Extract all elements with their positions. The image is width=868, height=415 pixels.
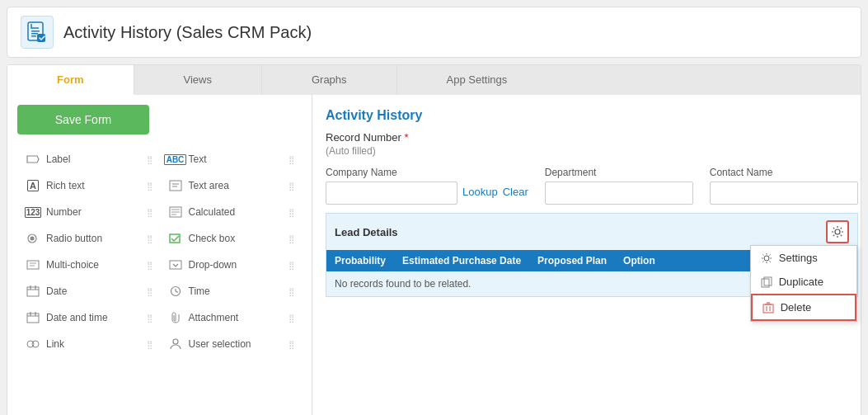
field-sidebar: Save Form Label ⣿ ABC Text ⣿ [7,95,312,415]
drag-handle: ⣿ [147,208,152,217]
checkbox-icon [167,232,184,245]
company-name-input[interactable] [326,182,457,205]
field-number-item[interactable]: 123 Number ⣿ [17,199,160,225]
contact-name-input[interactable] [710,182,858,205]
lookup-button[interactable]: Lookup [462,186,498,198]
duplicate-label: Duplicate [779,276,823,288]
field-checkbox-item[interactable]: Check box ⣿ [160,225,303,252]
drag-handle: ⣿ [147,234,152,243]
drag-handle: ⣿ [289,234,294,243]
contact-name-label: Contact Name [710,167,858,178]
field-textarea-item[interactable]: Text area ⣿ [160,172,303,199]
svg-marker-5 [27,156,39,163]
svg-rect-4 [37,34,45,42]
field-label-text: Label [46,153,70,165]
lead-col-proposed-plan: Proposed Plan [537,255,607,266]
drag-handle: ⣿ [147,261,152,270]
field-usersel-item[interactable]: User selection ⣿ [160,331,303,357]
field-attachment-item[interactable]: Attachment ⣿ [160,304,303,331]
save-form-button[interactable]: Save Form [17,105,149,134]
field-calculated-text: Calculated [189,206,236,218]
drag-handle: ⣿ [147,155,152,164]
lead-title: Lead Details [335,226,398,238]
company-row: Company Name Lookup Clear Department Con… [326,167,858,205]
settings-menu-icon [761,252,772,264]
field-time-item[interactable]: Time ⣿ [160,278,303,304]
auto-filled-text: (Auto filled) [326,145,858,157]
calculated-icon [167,205,184,219]
lead-col-option: Option [623,255,655,266]
svg-rect-2 [31,33,38,35]
app-icon [21,16,54,49]
form-content: Activity History Record Number * (Auto f… [312,95,868,415]
lead-header: Lead Details [326,214,857,250]
tab-bar: Form Views Graphs App Settings [7,64,861,95]
field-multichoice-item[interactable]: Multi-choice ⣿ [17,252,160,278]
field-label-item[interactable]: Label ⣿ [17,146,160,172]
lead-col-probability: Probability [335,255,386,266]
field-link-item[interactable]: Link ⣿ [17,331,160,357]
field-attachment-text: Attachment [189,312,239,323]
field-calculated-item[interactable]: Calculated ⣿ [160,199,303,225]
context-menu: Settings Duplicate [750,245,857,322]
dropdown-icon [167,258,184,271]
date-icon [25,285,41,298]
delete-menu-item[interactable]: Delete [751,294,856,321]
field-usersel-text: User selection [189,338,251,350]
drag-handle: ⣿ [147,340,152,349]
contact-name-group: Contact Name [710,167,858,205]
delete-label: Delete [781,301,812,314]
svg-rect-20 [27,287,39,296]
field-textarea-text: Text area [189,180,229,191]
tab-app-settings[interactable]: App Settings [397,65,557,95]
richtext-icon: A [25,179,41,192]
form-section-title: Activity History [326,108,858,123]
company-name-label: Company Name [326,167,528,178]
field-link-text: Link [46,338,64,350]
tab-graphs[interactable]: Graphs [262,65,397,95]
field-number-text: Number [46,206,82,218]
svg-rect-19 [170,261,181,269]
svg-point-14 [30,237,35,241]
drag-handle: ⣿ [289,340,294,349]
field-richtext-text: Rich text [46,180,85,191]
settings-label: Settings [779,252,818,264]
field-radio-item[interactable]: Radio button ⣿ [17,225,160,252]
tab-views[interactable]: Views [134,65,262,95]
lead-details-section: Lead Details [326,213,858,297]
svg-rect-16 [27,261,39,269]
multichoice-icon [25,258,41,271]
drag-handle: ⣿ [147,314,152,323]
drag-handle: ⣿ [147,287,152,296]
field-date-text: Date [46,285,67,297]
gear-button[interactable] [826,220,849,243]
field-time-text: Time [189,285,210,297]
field-text-text: Text [189,153,207,165]
label-icon [25,153,41,166]
record-number-label: Record Number * [326,131,858,144]
field-multichoice-text: Multi-choice [46,259,99,271]
department-label: Department [545,167,693,178]
svg-rect-15 [170,234,180,243]
field-radio-text: Radio button [46,233,102,244]
field-date-item[interactable]: Date ⣿ [17,278,160,304]
link-icon [25,337,41,351]
duplicate-menu-item[interactable]: Duplicate [751,270,856,294]
field-text-item[interactable]: ABC Text ⣿ [160,146,303,172]
tab-form[interactable]: Form [7,65,134,95]
field-checkbox-text: Check box [189,233,236,244]
field-list: Label ⣿ ABC Text ⣿ A Rich text ⣿ [17,146,302,357]
field-richtext-item[interactable]: A Rich text ⣿ [17,172,160,199]
main-area: Save Form Label ⣿ ABC Text ⣿ [7,95,861,415]
drag-handle: ⣿ [289,261,294,270]
settings-menu-item[interactable]: Settings [751,246,856,270]
lead-col-purchase-date: Estimated Purchase Date [402,255,521,266]
field-dropdown-item[interactable]: Drop-down ⣿ [160,252,303,278]
svg-rect-36 [763,304,773,313]
number-icon: 123 [25,205,41,219]
clear-button[interactable]: Clear [503,186,528,198]
datetime-icon [25,311,41,324]
field-dropdown-text: Drop-down [189,259,237,271]
field-datetime-item[interactable]: Date and time ⣿ [17,304,160,331]
department-input[interactable] [545,182,693,205]
